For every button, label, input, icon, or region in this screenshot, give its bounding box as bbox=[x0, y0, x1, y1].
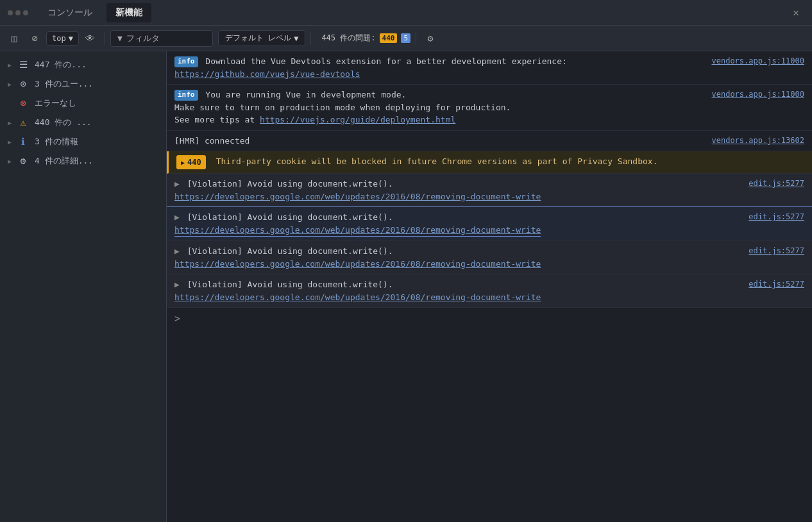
log-source-violation-2[interactable]: edit.js:5277 bbox=[749, 211, 804, 237]
prompt-icon: > bbox=[174, 313, 180, 324]
log-body-violation-3: ▶ [Violation] Avoid using document.write… bbox=[174, 245, 743, 270]
level-arrow-icon: ▼ bbox=[294, 34, 298, 43]
console-prompt[interactable]: > bbox=[167, 308, 812, 330]
log-entry-vue-devtools[interactable]: info Download the Vue Devtools extension… bbox=[167, 51, 812, 85]
violation-link-3[interactable]: https://developers.google.com/web/update… bbox=[174, 259, 541, 269]
log-source-1[interactable]: vendors.app.js:11000 bbox=[712, 55, 805, 80]
tab-new-features[interactable]: 新機能 bbox=[106, 3, 151, 22]
console-content[interactable]: info Download the Vue Devtools extension… bbox=[167, 51, 812, 522]
log-body-1: info Download the Vue Devtools extension… bbox=[174, 55, 707, 80]
log-entry-violation-4[interactable]: ▶ [Violation] Avoid using document.write… bbox=[167, 274, 812, 308]
error-icon: ⊗ bbox=[17, 97, 30, 109]
log-entry-hmr[interactable]: [HMR] connected vendors.app.js:13602 bbox=[167, 131, 812, 152]
filter-label: フィルタ bbox=[126, 33, 160, 44]
filter-icon: ▼ bbox=[117, 33, 123, 43]
log-entry-vue-dev-mode[interactable]: info You are running Vue in development … bbox=[167, 85, 812, 131]
info-badge-2: info bbox=[174, 90, 198, 101]
clear-button[interactable]: ⊘ bbox=[26, 29, 44, 47]
vue-devtools-link[interactable]: https://github.com/vuejs/vue-devtools bbox=[174, 69, 360, 79]
log-source-violation-1[interactable]: edit.js:5277 bbox=[749, 178, 804, 203]
sidebar-item-user[interactable]: ▶ ⊙ 3 件のユー... bbox=[0, 74, 166, 94]
sidebar-item-info[interactable]: ▶ ℹ 3 件の情報 bbox=[0, 132, 166, 151]
divider-1 bbox=[105, 32, 105, 45]
log-source-hmr[interactable]: vendors.app.js:13602 bbox=[712, 135, 805, 147]
sidebar-label-info: 3 件の情報 bbox=[35, 136, 78, 147]
arrow-icon-info: ▶ bbox=[8, 139, 12, 146]
close-button[interactable]: ✕ bbox=[788, 4, 804, 21]
arrow-icon-user: ▶ bbox=[8, 81, 12, 88]
level-select[interactable]: デフォルト レベル ▼ bbox=[218, 30, 305, 46]
main-layout: ▶ ☰ 447 件の... ▶ ⊙ 3 件のユー... ▶ ⊗ エラーなし ▶ … bbox=[0, 51, 812, 522]
violation-link-1[interactable]: https://developers.google.com/web/update… bbox=[174, 192, 541, 201]
info-badge-1: info bbox=[174, 56, 198, 67]
filter-input[interactable]: ▼ フィルタ bbox=[110, 30, 213, 47]
sidebar-label-user: 3 件のユー... bbox=[35, 78, 93, 90]
window-dots bbox=[8, 10, 28, 15]
log-entry-violation-2[interactable]: ▶ [Violation] Avoid using document.write… bbox=[167, 207, 812, 241]
sidebar-label-error: エラーなし bbox=[35, 97, 76, 109]
log-text-hmr: [HMR] connected bbox=[174, 136, 250, 146]
log-body-warning: Third-party cookie will be blocked in fu… bbox=[216, 155, 804, 169]
warn-badge: 440 bbox=[380, 33, 398, 43]
log-text-violation-4: [Violation] Avoid using document.write()… bbox=[187, 280, 393, 289]
log-entry-cookie-warning[interactable]: ▶ 440 Third-party cookie will be blocked… bbox=[167, 151, 812, 174]
context-label: top bbox=[52, 34, 66, 43]
violation-arrow-3: ▶ bbox=[174, 246, 180, 256]
list-icon: ☰ bbox=[17, 59, 30, 71]
sidebar-item-error[interactable]: ▶ ⊗ エラーなし bbox=[0, 94, 166, 113]
arrow-icon-debug: ▶ bbox=[8, 158, 12, 165]
log-source-2[interactable]: vendors.app.js:11000 bbox=[712, 88, 805, 126]
sidebar-label-all: 447 件の... bbox=[35, 59, 87, 71]
log-body-hmr: [HMR] connected bbox=[174, 135, 707, 147]
log-subtext2-2: See more tips at bbox=[174, 115, 260, 124]
info-badge: 5 bbox=[401, 33, 410, 43]
level-label: デフォルト レベル bbox=[225, 33, 291, 44]
violation-link-2[interactable]: https://developers.google.com/web/update… bbox=[174, 224, 541, 237]
sidebar-item-debug[interactable]: ▶ ⚙ 4 件の詳細... bbox=[0, 151, 166, 171]
log-body-violation-2: ▶ [Violation] Avoid using document.write… bbox=[174, 211, 743, 237]
vue-deployment-link[interactable]: https://vuejs.org/guide/deployment.html bbox=[260, 115, 455, 124]
violation-arrow-1: ▶ bbox=[174, 179, 180, 189]
sidebar-label-warning: 440 件の ... bbox=[35, 117, 92, 128]
sidebar-item-all[interactable]: ▶ ☰ 447 件の... bbox=[0, 55, 166, 74]
debug-icon: ⚙ bbox=[17, 155, 30, 167]
divider-2 bbox=[310, 32, 311, 45]
sidebar-item-warning[interactable]: ▶ ⚠ 440 件の ... bbox=[0, 113, 166, 132]
log-text-2: You are running Vue in development mode. bbox=[205, 90, 406, 99]
dot-1 bbox=[8, 10, 13, 15]
log-text-violation-3: [Violation] Avoid using document.write()… bbox=[187, 246, 393, 256]
user-icon: ⊙ bbox=[17, 78, 30, 90]
log-body-2: info You are running Vue in development … bbox=[174, 88, 707, 126]
eye-button[interactable]: 👁 bbox=[81, 29, 99, 47]
log-subtext-2: Make sure to turn on production mode whe… bbox=[174, 103, 511, 112]
warn-arrow-icon: ▶ bbox=[181, 158, 185, 167]
context-arrow-icon: ▼ bbox=[69, 34, 73, 43]
log-text-violation-2: [Violation] Avoid using document.write()… bbox=[187, 212, 393, 222]
sidebar-toggle-button[interactable]: ◫ bbox=[5, 29, 23, 47]
warn-count: 440 bbox=[187, 156, 201, 168]
violation-link-4[interactable]: https://developers.google.com/web/update… bbox=[174, 292, 541, 302]
info-icon: ℹ bbox=[17, 136, 30, 147]
log-body-violation-4: ▶ [Violation] Avoid using document.write… bbox=[174, 278, 743, 303]
issues-badge: 445 件の問題: 440 5 bbox=[321, 33, 410, 44]
violation-arrow-2: ▶ bbox=[174, 212, 180, 222]
dot-3 bbox=[23, 10, 28, 15]
settings-button[interactable]: ⚙ bbox=[421, 29, 439, 47]
warn-count-badge: ▶ 440 bbox=[176, 155, 206, 169]
arrow-icon-all: ▶ bbox=[8, 62, 12, 69]
sidebar: ▶ ☰ 447 件の... ▶ ⊙ 3 件のユー... ▶ ⊗ エラーなし ▶ … bbox=[0, 51, 167, 522]
log-source-violation-4[interactable]: edit.js:5277 bbox=[749, 278, 804, 303]
log-entry-violation-1[interactable]: ▶ [Violation] Avoid using document.write… bbox=[167, 174, 812, 207]
sidebar-label-debug: 4 件の詳細... bbox=[35, 155, 93, 167]
title-bar: コンソール 新機能 ✕ bbox=[0, 0, 812, 26]
tab-console[interactable]: コンソール bbox=[38, 3, 101, 22]
violation-arrow-4: ▶ bbox=[174, 280, 180, 289]
log-text-violation-1: [Violation] Avoid using document.write()… bbox=[187, 179, 393, 189]
warning-icon: ⚠ bbox=[17, 117, 30, 128]
log-entry-violation-3[interactable]: ▶ [Violation] Avoid using document.write… bbox=[167, 241, 812, 274]
log-text-warning: Third-party cookie will be blocked in fu… bbox=[216, 156, 658, 166]
toolbar: ◫ ⊘ top ▼ 👁 ▼ フィルタ デフォルト レベル ▼ 445 件の問題:… bbox=[0, 26, 812, 51]
log-source-violation-3[interactable]: edit.js:5277 bbox=[749, 245, 804, 270]
context-select[interactable]: top ▼ bbox=[46, 31, 79, 46]
dot-2 bbox=[15, 10, 21, 15]
